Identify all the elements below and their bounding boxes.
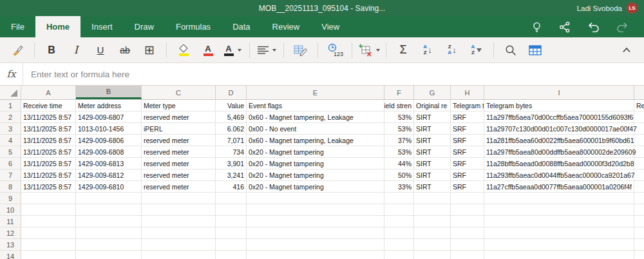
cell-D13[interactable] (216, 239, 247, 251)
cell-J11[interactable] (634, 216, 644, 227)
cell-J7[interactable] (634, 169, 644, 181)
cell-J10[interactable] (634, 204, 644, 216)
cell-B3[interactable]: 1013-010-1456 (76, 123, 142, 135)
cell-F3[interactable]: 53% (384, 123, 414, 135)
cell-I11[interactable] (484, 216, 634, 227)
user-account[interactable]: Ladi Svoboda LS (577, 3, 644, 14)
cell-H11[interactable] (451, 216, 484, 227)
cell-D1[interactable]: Value (216, 100, 247, 111)
column-header-H[interactable]: H (451, 86, 484, 99)
cell-F7[interactable]: 50% (384, 169, 414, 181)
cell-I4[interactable]: 11a281ffb5aea60d0022ffb5aea600001b9f60bd… (484, 135, 634, 146)
cell-H14[interactable] (451, 251, 484, 259)
cell-A1[interactable]: Receive time (21, 100, 76, 111)
cell-B2[interactable]: 1429-009-6807 (76, 111, 142, 123)
row-header-5[interactable]: 5 (0, 146, 21, 158)
row-header-10[interactable]: 10 (0, 204, 21, 216)
row-header-7[interactable]: 7 (0, 169, 21, 181)
cell-B6[interactable]: 1429-009-6813 (76, 158, 142, 169)
cell-A12[interactable] (21, 227, 76, 239)
cell-E1[interactable]: Event flags (247, 100, 384, 111)
cell-C1[interactable]: Meter type (142, 100, 216, 111)
cell-G3[interactable]: SIRT (414, 123, 451, 135)
cell-format-button[interactable] (290, 40, 312, 61)
cell-F10[interactable] (384, 204, 414, 216)
cell-I14[interactable] (484, 251, 634, 259)
cell-H12[interactable] (451, 227, 484, 239)
cell-F4[interactable]: 37% (384, 135, 414, 146)
column-header-partial[interactable] (634, 86, 644, 99)
undo-icon[interactable] (587, 21, 600, 32)
cell-B4[interactable]: 1429-009-6806 (76, 135, 142, 146)
row-header-14[interactable]: 14 (0, 251, 21, 259)
cell-A7[interactable]: 13/11/2025 8:57 (21, 169, 76, 181)
cell-D12[interactable] (216, 227, 247, 239)
cell-F12[interactable] (384, 227, 414, 239)
cell-C3[interactable]: iPERL (142, 123, 216, 135)
cell-B8[interactable]: 1429-009-6810 (76, 181, 142, 193)
formula-input[interactable] (23, 63, 644, 85)
cell-C10[interactable] (142, 204, 216, 216)
cell-J13[interactable] (634, 239, 644, 251)
cell-I13[interactable] (484, 239, 634, 251)
select-all-button[interactable] (0, 86, 21, 99)
cell-F8[interactable]: 33% (384, 181, 414, 193)
cell-E11[interactable] (247, 216, 384, 227)
cell-B14[interactable] (76, 251, 142, 259)
strikethrough-button[interactable]: ab (114, 40, 136, 61)
cell-D8[interactable]: 416 (216, 181, 247, 193)
alignment-button[interactable] (256, 40, 278, 61)
font-color-red-button[interactable]: A (197, 40, 219, 61)
sort-ascending-button[interactable]: AZ ↓ (417, 40, 439, 61)
cell-I8[interactable]: 11a27cffb5aeaa0d0077ffb5aeaa000001a0206f… (484, 181, 634, 193)
cell-J6[interactable] (634, 158, 644, 169)
cell-H13[interactable] (451, 239, 484, 251)
cell-F6[interactable]: 44% (384, 158, 414, 169)
fill-color-button[interactable] (173, 40, 194, 61)
cell-G4[interactable]: SIRT (414, 135, 451, 146)
cell-H5[interactable]: SRF (451, 146, 484, 158)
column-header-C[interactable]: C (142, 86, 216, 99)
cell-A4[interactable]: 13/11/2025 8:57 (21, 135, 76, 146)
cell-I10[interactable] (484, 204, 634, 216)
row-header-4[interactable]: 4 (0, 135, 21, 146)
cell-E5[interactable]: 0x20 - Magnet tampering (247, 146, 384, 158)
column-header-D[interactable]: D (216, 86, 247, 99)
cell-C8[interactable]: reserved meter (142, 181, 216, 193)
cell-B9[interactable] (76, 193, 142, 204)
tab-view[interactable]: View (310, 16, 350, 37)
row-header-2[interactable]: 2 (0, 111, 21, 123)
row-header-11[interactable]: 11 (0, 216, 21, 227)
row-header-13[interactable]: 13 (0, 239, 21, 251)
cell-G8[interactable]: SIRT (414, 181, 451, 193)
cell-E7[interactable]: 0x20 - Magnet tampering (247, 169, 384, 181)
cell-E8[interactable]: 0x20 - Magnet tampering (247, 181, 384, 193)
cell-B1[interactable]: Meter address (76, 100, 142, 111)
column-header-G[interactable]: G (414, 86, 451, 99)
column-header-B[interactable]: B (76, 86, 142, 99)
cell-G10[interactable] (414, 204, 451, 216)
cell-I3[interactable]: 11a29707c130d00d01c007c130d0000017ae00f4… (484, 123, 634, 135)
cell-E4[interactable]: 0x60 - Magnet tampering, Leakage (247, 135, 384, 146)
cell-E13[interactable] (247, 239, 384, 251)
cell-B5[interactable]: 1429-009-6808 (76, 146, 142, 158)
cell-E6[interactable]: 0x20 - Magnet tampering (247, 158, 384, 169)
fx-icon[interactable]: fx (0, 63, 23, 85)
cell-A5[interactable]: 13/11/2025 8:57 (21, 146, 76, 158)
cell-J9[interactable] (634, 193, 644, 204)
cell-C9[interactable] (142, 193, 216, 204)
borders-button[interactable]: ⊞ (138, 40, 160, 61)
cell-C11[interactable] (142, 216, 216, 227)
tab-data[interactable]: Data (222, 16, 261, 37)
cell-C2[interactable]: reserved meter (142, 111, 216, 123)
cell-A3[interactable]: 13/11/2025 8:57 (21, 123, 76, 135)
cell-F1[interactable]: Field stren (384, 100, 414, 111)
cell-E3[interactable]: 0x00 - No event (247, 123, 384, 135)
cell-J14[interactable] (634, 251, 644, 259)
cell-G14[interactable] (414, 251, 451, 259)
ideas-lightbulb-icon[interactable] (531, 21, 542, 33)
cell-E12[interactable] (247, 227, 384, 239)
cell-A8[interactable]: 13/11/2025 8:57 (21, 181, 76, 193)
cell-A11[interactable] (21, 216, 76, 227)
cell-H3[interactable]: SRF (451, 123, 484, 135)
